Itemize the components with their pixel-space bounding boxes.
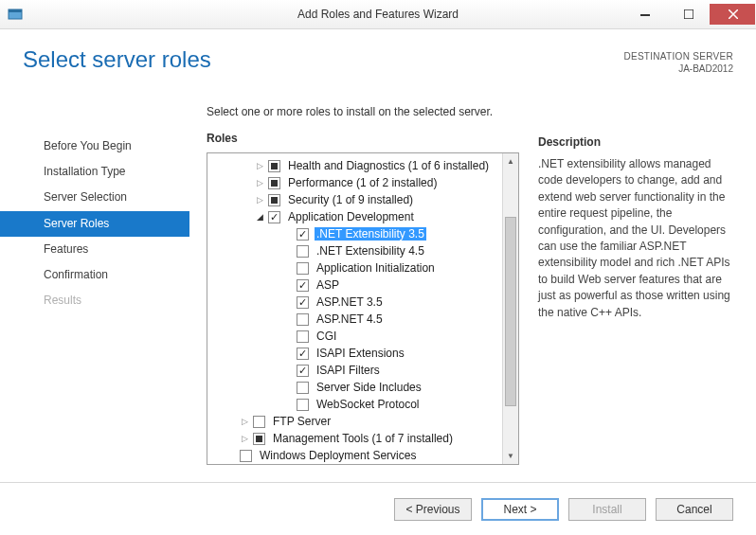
tree-label[interactable]: Security (1 of 9 installed)	[286, 193, 415, 206]
checkbox[interactable]	[297, 245, 309, 258]
scroll-thumb[interactable]	[505, 217, 516, 406]
roles-tree[interactable]: ▷Health and Diagnostics (1 of 6 installe…	[207, 152, 519, 465]
expander-closed-icon[interactable]: ▷	[253, 159, 266, 172]
scroll-up-icon[interactable]: ▲	[503, 153, 518, 169]
window-controls	[622, 4, 756, 25]
checkbox[interactable]	[297, 228, 309, 241]
checkbox[interactable]	[297, 279, 309, 292]
expander-closed-icon[interactable]: ▷	[238, 432, 251, 445]
checkbox[interactable]	[253, 433, 265, 445]
tree-label[interactable]: .NET Extensibility 4.5	[315, 244, 426, 258]
minimize-button[interactable]	[622, 4, 666, 25]
tree-label[interactable]: ASP.NET 4.5	[315, 312, 385, 326]
tree-label[interactable]: ISAPI Extensions	[315, 347, 406, 360]
tree-row[interactable]: WebSocket Protocol	[207, 396, 502, 413]
tree-label[interactable]: ASP.NET 3.5	[315, 295, 385, 309]
maximize-button[interactable]	[666, 4, 710, 25]
tree-label[interactable]: CGI	[315, 330, 338, 343]
tree-row[interactable]: ◢Application Development	[207, 208, 502, 225]
tree-row[interactable]: .NET Extensibility 4.5	[207, 242, 502, 259]
checkbox[interactable]	[297, 313, 309, 326]
description-text: .NET extensibility allows managed code d…	[538, 156, 733, 321]
instruction-text: Select one or more roles to install on t…	[207, 105, 519, 118]
tree-row[interactable]: ASP.NET 3.5	[207, 294, 502, 311]
tree-label[interactable]: Server Side Includes	[315, 381, 423, 394]
checkbox[interactable]	[297, 382, 309, 394]
tree-row[interactable]: ▷Health and Diagnostics (1 of 6 installe…	[207, 157, 502, 174]
nav-item-results: Results	[0, 288, 189, 313]
tree-row[interactable]: Server Side Includes	[207, 379, 502, 396]
tree-label[interactable]: ASP	[315, 278, 341, 292]
scrollbar[interactable]: ▲ ▼	[502, 153, 518, 464]
checkbox[interactable]	[297, 348, 309, 360]
expander-none	[281, 227, 295, 241]
nav-item-features[interactable]: Features	[0, 237, 189, 262]
checkbox[interactable]	[268, 194, 280, 206]
tree-row[interactable]: ▷Performance (1 of 2 installed)	[207, 174, 502, 191]
checkbox[interactable]	[253, 416, 265, 428]
tree-label[interactable]: Windows Deployment Services	[258, 449, 418, 462]
close-button[interactable]	[710, 4, 755, 25]
tree-label[interactable]: Management Tools (1 of 7 installed)	[271, 432, 455, 445]
tree-row[interactable]: ASP.NET 4.5	[207, 311, 502, 328]
svg-rect-2	[640, 14, 650, 16]
tree-row[interactable]: CGI	[207, 328, 502, 345]
tree-label[interactable]: .NET Extensibility 3.5	[315, 227, 426, 241]
tree-row[interactable]: ▷Management Tools (1 of 7 installed)	[207, 430, 502, 447]
expander-none	[281, 244, 295, 258]
tree-label[interactable]: ISAPI Filters	[315, 364, 382, 377]
page-header: Select server roles DESTINATION SERVER J…	[0, 29, 756, 82]
checkbox[interactable]	[240, 450, 252, 462]
wizard-nav: Before You BeginInstallation TypeServer …	[0, 105, 189, 482]
nav-item-before-you-begin[interactable]: Before You Begin	[0, 134, 189, 159]
cancel-button[interactable]: Cancel	[656, 498, 733, 521]
tree-label[interactable]: Performance (1 of 2 installed)	[286, 176, 439, 189]
tree-row[interactable]: ISAPI Extensions	[207, 345, 502, 362]
previous-button[interactable]: < Previous	[394, 498, 472, 521]
nav-item-server-roles[interactable]: Server Roles	[0, 211, 189, 237]
scroll-down-icon[interactable]: ▼	[503, 448, 518, 464]
expander-closed-icon[interactable]: ▷	[253, 176, 266, 189]
checkbox[interactable]	[268, 211, 280, 223]
expander-none	[281, 347, 295, 360]
svg-rect-1	[9, 9, 22, 12]
tree-row[interactable]: ▷Security (1 of 9 installed)	[207, 191, 502, 208]
destination-value: JA-BAD2012	[623, 62, 733, 75]
expander-none	[281, 381, 295, 394]
nav-item-confirmation[interactable]: Confirmation	[0, 262, 189, 288]
expander-closed-icon[interactable]: ▷	[238, 415, 251, 428]
roles-heading: Roles	[207, 132, 519, 145]
destination-label: DESTINATION SERVER	[623, 50, 733, 62]
expander-none	[225, 449, 238, 462]
nav-item-installation-type[interactable]: Installation Type	[0, 159, 189, 185]
expander-none	[281, 398, 295, 411]
expander-none	[281, 295, 295, 309]
page-title: Select server roles	[23, 46, 211, 73]
tree-label[interactable]: Application Development	[286, 210, 416, 223]
tree-label[interactable]: Application Initialization	[315, 261, 437, 275]
tree-label[interactable]: Health and Diagnostics (1 of 6 installed…	[286, 159, 491, 172]
wizard-footer: < Previous Next > Install Cancel	[0, 482, 756, 535]
expander-closed-icon[interactable]: ▷	[253, 193, 266, 206]
tree-label[interactable]: FTP Server	[271, 415, 333, 428]
tree-row[interactable]: ISAPI Filters	[207, 362, 502, 379]
checkbox[interactable]	[297, 296, 309, 309]
checkbox[interactable]	[268, 177, 280, 189]
expander-open-icon[interactable]: ◢	[253, 210, 266, 223]
tree-row[interactable]: ▷FTP Server	[207, 413, 502, 430]
expander-none	[281, 330, 295, 343]
tree-row[interactable]: Windows Deployment Services	[207, 447, 502, 464]
nav-item-server-selection[interactable]: Server Selection	[0, 185, 189, 210]
svg-rect-3	[684, 9, 693, 19]
tree-row[interactable]: Application Initialization	[207, 259, 502, 276]
checkbox[interactable]	[297, 365, 309, 377]
tree-label[interactable]: WebSocket Protocol	[315, 398, 422, 411]
checkbox[interactable]	[297, 330, 309, 343]
next-button[interactable]: Next >	[481, 498, 559, 521]
checkbox[interactable]	[268, 160, 280, 172]
tree-row[interactable]: ASP	[207, 276, 502, 294]
tree-row[interactable]: .NET Extensibility 3.5	[207, 225, 502, 242]
checkbox[interactable]	[297, 262, 309, 275]
checkbox[interactable]	[297, 399, 309, 411]
install-button[interactable]: Install	[568, 498, 646, 521]
